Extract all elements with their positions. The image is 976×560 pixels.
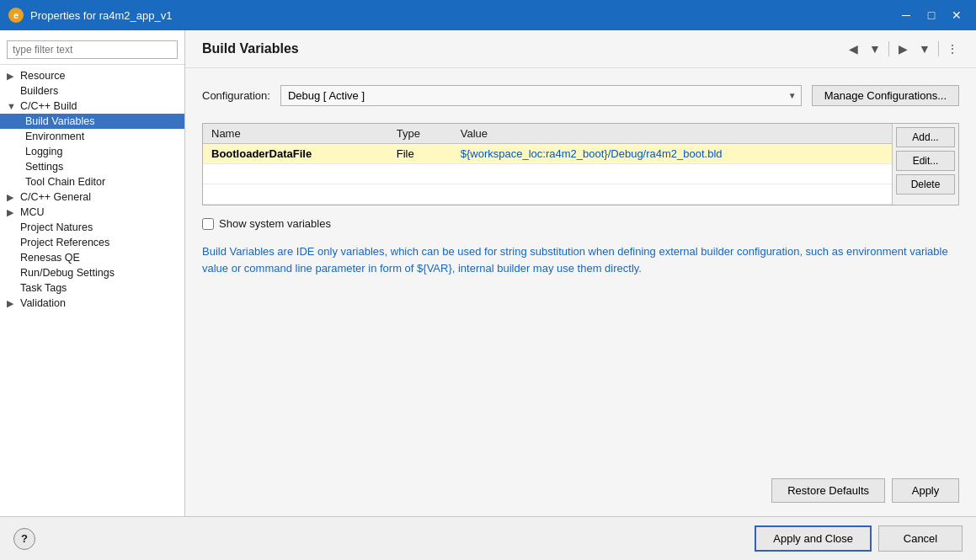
cancel-button[interactable]: Cancel	[878, 525, 963, 552]
footer-left: ?	[13, 528, 35, 550]
sidebar-item-settings[interactable]: Settings	[0, 159, 184, 174]
back-dropdown-button[interactable]: ▼	[865, 39, 885, 59]
sidebar-item-label: C/C++ General	[20, 191, 178, 203]
expand-icon: ▶	[7, 192, 20, 203]
edit-button[interactable]: Edit...	[896, 151, 955, 171]
apply-close-button[interactable]: Apply and Close	[755, 525, 872, 552]
cell-type: File	[388, 144, 452, 164]
forward-button[interactable]: ▶	[893, 39, 913, 59]
sidebar-item-label: Builders	[20, 85, 178, 97]
sidebar-item-mcu[interactable]: ▶ MCU	[0, 205, 184, 220]
sidebar-item-builders[interactable]: Builders	[0, 83, 184, 99]
sidebar-item-logging[interactable]: Logging	[0, 144, 184, 159]
minimize-button[interactable]: ─	[895, 7, 917, 24]
sidebar-item-renesas-qe[interactable]: Renesas QE	[0, 250, 184, 265]
show-system-vars-checkbox[interactable]	[202, 218, 214, 230]
title-bar: e Properties for ra4m2_app_v1 ─ □ ✕	[0, 0, 976, 30]
spacer-icon	[7, 86, 20, 96]
restore-defaults-button[interactable]: Restore Defaults	[771, 478, 885, 503]
panel-toolbar: ◀ ▼ ▶ ▼ ⋮	[843, 39, 963, 59]
sidebar-item-label: Logging	[25, 146, 178, 157]
filter-box	[0, 35, 184, 65]
sidebar-item-tool-chain-editor[interactable]: Tool Chain Editor	[0, 174, 184, 189]
variables-section: Name Type Value BootloaderDataFile File …	[202, 123, 959, 205]
show-system-vars-row: Show system variables	[202, 217, 959, 230]
sidebar-item-environment[interactable]: Environment	[0, 129, 184, 144]
toolbar-separator-2	[938, 41, 939, 56]
sidebar-item-label: Project Natures	[20, 221, 178, 233]
toolbar-separator	[888, 41, 889, 56]
variables-table: Name Type Value BootloaderDataFile File …	[203, 124, 892, 205]
sidebar-item-label: C/C++ Build	[20, 100, 178, 112]
spacer-icon	[7, 283, 20, 293]
sidebar-item-label: Settings	[25, 161, 178, 173]
sidebar-item-label: MCU	[20, 206, 178, 218]
forward-dropdown-button[interactable]: ▼	[915, 39, 935, 59]
spacer-icon	[7, 253, 20, 263]
sidebar-item-cpp-general[interactable]: ▶ C/C++ General	[0, 189, 184, 205]
back-button[interactable]: ◀	[843, 39, 863, 59]
sidebar-item-label: Validation	[20, 297, 178, 309]
table-action-buttons: Add... Edit... Delete	[892, 124, 958, 205]
sidebar-item-label: Renesas QE	[20, 252, 178, 264]
sidebar-item-build-variables[interactable]: Build Variables	[0, 114, 184, 129]
window-title: Properties for ra4m2_app_v1	[30, 9, 172, 22]
config-select-wrap: Debug [ Active ] ▼	[280, 85, 802, 106]
filter-input[interactable]	[7, 40, 178, 59]
delete-button[interactable]: Delete	[896, 174, 955, 195]
expand-icon: ▶	[7, 298, 20, 309]
sidebar-item-label: Run/Debug Settings	[20, 267, 178, 279]
col-name: Name	[203, 124, 388, 144]
title-bar-left: e Properties for ra4m2_app_v1	[8, 8, 172, 23]
sidebar-item-resource[interactable]: ▶ Resource	[0, 68, 184, 83]
panel-actions: Restore Defaults Apply	[185, 478, 976, 516]
close-button[interactable]: ✕	[946, 7, 968, 24]
col-type: Type	[388, 124, 452, 144]
sidebar-item-project-natures[interactable]: Project Natures	[0, 220, 184, 235]
sidebar-item-run-debug[interactable]: Run/Debug Settings	[0, 265, 184, 280]
menu-button[interactable]: ⋮	[942, 39, 963, 59]
sidebar-item-validation[interactable]: ▶ Validation	[0, 296, 184, 311]
col-value: Value	[452, 124, 892, 144]
table-row-empty-2[interactable]	[203, 184, 892, 205]
sidebar-item-cpp-build[interactable]: ▼ C/C++ Build	[0, 99, 184, 114]
sidebar-item-label: Resource	[20, 70, 178, 82]
spacer-icon	[7, 222, 20, 232]
cell-name: BootloaderDataFile	[203, 144, 388, 164]
app-icon: e	[8, 8, 24, 23]
sidebar-item-label: Tool Chain Editor	[25, 176, 178, 188]
configuration-select[interactable]: Debug [ Active ]	[280, 85, 802, 106]
sidebar: ▶ Resource Builders ▼ C/C++ Build Build …	[0, 30, 185, 516]
maximize-button[interactable]: □	[920, 7, 942, 24]
panel-header: Build Variables ◀ ▼ ▶ ▼ ⋮	[185, 30, 976, 68]
configuration-row: Configuration: Debug [ Active ] ▼ Manage…	[202, 85, 959, 106]
spacer-icon	[7, 237, 20, 248]
info-text: Build Variables are IDE only variables, …	[202, 243, 959, 276]
add-button[interactable]: Add...	[896, 127, 955, 147]
table-row-empty-1[interactable]	[203, 164, 892, 184]
apply-button[interactable]: Apply	[892, 478, 959, 503]
window-controls: ─ □ ✕	[895, 7, 968, 24]
table-row[interactable]: BootloaderDataFile File ${workspace_loc:…	[203, 144, 892, 164]
expand-icon: ▼	[7, 101, 20, 111]
panel-content: Configuration: Debug [ Active ] ▼ Manage…	[185, 68, 976, 478]
sidebar-item-task-tags[interactable]: Task Tags	[0, 280, 184, 296]
content-area: ▶ Resource Builders ▼ C/C++ Build Build …	[0, 30, 976, 516]
variables-table-wrap: Name Type Value BootloaderDataFile File …	[203, 124, 892, 205]
sidebar-item-label: Task Tags	[20, 282, 178, 294]
footer-right: Apply and Close Cancel	[755, 525, 963, 552]
config-label: Configuration:	[202, 89, 270, 102]
right-panel: Build Variables ◀ ▼ ▶ ▼ ⋮ Configuration:	[185, 30, 976, 516]
manage-configurations-button[interactable]: Manage Configurations...	[812, 85, 959, 106]
sidebar-item-label: Project References	[20, 237, 178, 248]
dialog-footer: ? Apply and Close Cancel	[0, 516, 976, 560]
show-system-vars-label: Show system variables	[219, 217, 331, 230]
sidebar-item-project-references[interactable]: Project References	[0, 235, 184, 250]
expand-icon: ▶	[7, 207, 20, 218]
cell-value: ${workspace_loc:ra4m2_boot}/Debug/ra4m2_…	[452, 144, 892, 164]
panel-title: Build Variables	[202, 41, 299, 56]
dialog-body: ▶ Resource Builders ▼ C/C++ Build Build …	[0, 30, 976, 560]
sidebar-item-label: Build Variables	[25, 115, 178, 127]
sidebar-item-label: Environment	[25, 131, 178, 142]
help-button[interactable]: ?	[13, 528, 35, 550]
